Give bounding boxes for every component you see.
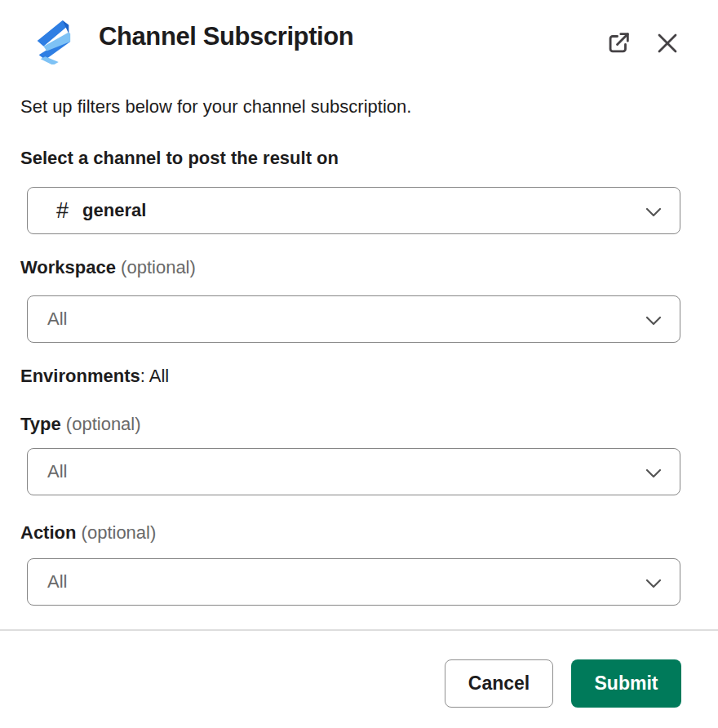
- action-select[interactable]: All: [27, 558, 680, 606]
- type-select[interactable]: All: [27, 448, 680, 495]
- channel-field-label: Select a channel to post the result on: [20, 148, 339, 169]
- cancel-button[interactable]: Cancel: [445, 659, 553, 708]
- footer-divider: [0, 629, 718, 631]
- app-logo-icon: [31, 17, 75, 64]
- channel-subscription-modal: Channel Subscription Set up filters belo…: [0, 0, 718, 728]
- chevron-down-icon: [645, 467, 662, 482]
- close-icon[interactable]: [651, 27, 684, 60]
- action-field-label: Action (optional): [20, 522, 156, 544]
- channel-select[interactable]: # general: [27, 187, 680, 234]
- optional-hint: (optional): [121, 257, 196, 277]
- workspace-select-value: All: [47, 309, 67, 330]
- optional-hint: (optional): [66, 414, 141, 434]
- modal-title: Channel Subscription: [99, 22, 353, 51]
- chevron-down-icon: [645, 577, 662, 592]
- type-field-label: Type (optional): [20, 414, 141, 435]
- optional-hint: (optional): [82, 522, 157, 543]
- channel-select-value: general: [82, 200, 146, 221]
- type-select-value: All: [47, 461, 67, 482]
- open-external-icon[interactable]: [602, 27, 635, 60]
- intro-text: Set up filters below for your channel su…: [20, 96, 411, 118]
- chevron-down-icon: [645, 206, 662, 220]
- submit-button[interactable]: Submit: [571, 659, 681, 708]
- chevron-down-icon: [645, 314, 662, 329]
- action-select-value: All: [47, 571, 67, 593]
- workspace-select[interactable]: All: [27, 295, 680, 343]
- workspace-field-label: Workspace (optional): [20, 257, 196, 278]
- hash-icon: #: [56, 198, 69, 224]
- environments-summary: Environments: All: [20, 366, 169, 387]
